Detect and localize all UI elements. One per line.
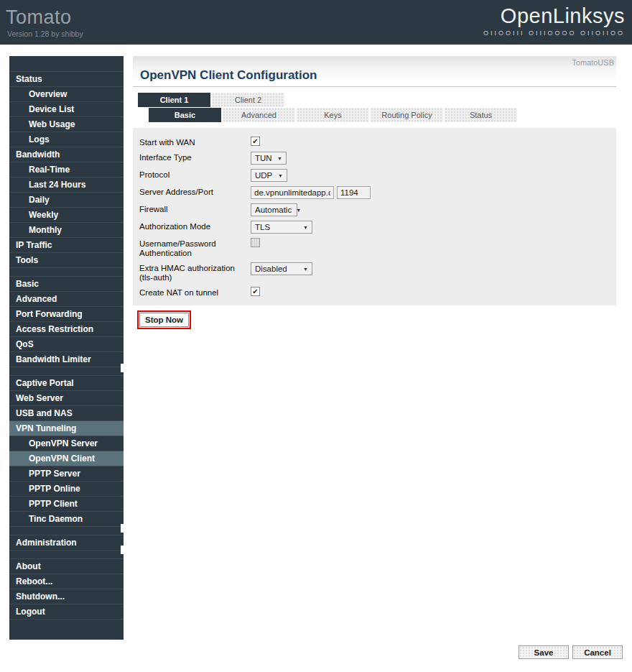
config-panel: Start with WAN ✔ Interface Type TUN ▼ Pr… bbox=[133, 128, 616, 305]
sidebar-item-administration[interactable]: Administration bbox=[9, 535, 124, 550]
page-title: OpenVPN Client Configuration bbox=[140, 68, 616, 83]
sidebar-item-captive-portal[interactable]: Captive Portal bbox=[9, 375, 124, 390]
form-row: Username/Password Authentication bbox=[139, 238, 609, 258]
sidebar-item-port-forwarding[interactable]: Port Forwarding bbox=[9, 306, 124, 321]
sidebar-notch bbox=[121, 524, 124, 533]
cancel-button[interactable]: Cancel bbox=[572, 645, 623, 659]
sidebar-item-bandwidth-limiter[interactable]: Bandwidth Limiter bbox=[9, 351, 124, 367]
sidebar-item-logout[interactable]: Logout bbox=[9, 604, 124, 619]
form-row: Create NAT on tunnel ✔ bbox=[139, 287, 609, 298]
sidebar-spacer bbox=[9, 526, 124, 535]
checkmark-icon: ✔ bbox=[252, 287, 258, 295]
dropdown-arrow-icon: ▼ bbox=[303, 267, 308, 272]
form-row: Server Address/Port bbox=[139, 186, 609, 199]
tab-client-2[interactable]: Client 2 bbox=[212, 93, 284, 107]
sidebar-item-basic[interactable]: Basic bbox=[9, 276, 124, 291]
sidebar-item-web-server[interactable]: Web Server bbox=[9, 390, 124, 405]
sidebar-item-openvpn-server[interactable]: OpenVPN Server bbox=[9, 436, 124, 451]
select-value: Automatic bbox=[255, 206, 292, 214]
select-value: UDP bbox=[255, 171, 272, 180]
sidebar-spacer bbox=[9, 267, 124, 276]
field-label: Start with WAN bbox=[139, 137, 251, 147]
server-address-input[interactable] bbox=[251, 186, 334, 199]
field-label: Interface Type bbox=[139, 152, 251, 162]
field-label: Authorization Mode bbox=[139, 221, 251, 231]
field-label: Extra HMAC authorization (tls-auth) bbox=[139, 262, 251, 282]
sidebar-item-monthly[interactable]: Monthly bbox=[9, 222, 124, 237]
sidebar-item-openvpn-client[interactable]: OpenVPN Client bbox=[9, 451, 124, 466]
sidebar-item-pptp-server[interactable]: PPTP Server bbox=[9, 466, 124, 481]
sidebar-item-usb-and-nas[interactable]: USB and NAS bbox=[9, 405, 124, 420]
interface-type-select[interactable]: TUN ▼ bbox=[251, 152, 287, 165]
sidebar-item-device-list[interactable]: Device List bbox=[9, 101, 124, 116]
tab-routing-policy[interactable]: Routing Policy bbox=[371, 108, 443, 122]
sidebar-item-vpn-tunneling[interactable]: VPN Tunneling bbox=[9, 420, 124, 436]
sidebar-item-status[interactable]: Status bbox=[9, 71, 124, 86]
section-tabs: Basic Advanced Keys Routing Policy Statu… bbox=[149, 108, 616, 122]
brand-title: Tomato bbox=[6, 6, 72, 29]
tab-basic[interactable]: Basic bbox=[149, 108, 221, 122]
sidebar-item-access-restriction[interactable]: Access Restriction bbox=[9, 321, 124, 336]
save-button[interactable]: Save bbox=[519, 645, 569, 659]
form-row: Extra HMAC authorization (tls-auth) Disa… bbox=[139, 262, 609, 282]
field-label: Server Address/Port bbox=[139, 186, 251, 197]
sidebar-spacer bbox=[9, 550, 124, 558]
sidebar-notch bbox=[121, 546, 124, 554]
field-label: Firewall bbox=[139, 203, 251, 214]
client-tabs: Client 1 Client 2 bbox=[138, 93, 616, 107]
sidebar-item-overview[interactable]: Overview bbox=[9, 86, 124, 101]
form-row: Protocol UDP ▼ bbox=[139, 169, 609, 182]
select-value: TLS bbox=[255, 223, 270, 231]
sidebar-spacer bbox=[9, 367, 124, 375]
sidebar-notch bbox=[121, 364, 124, 372]
sidebar-spacer bbox=[9, 619, 124, 640]
sidebar-item-reboot[interactable]: Reboot... bbox=[9, 574, 124, 589]
protocol-select[interactable]: UDP ▼ bbox=[251, 169, 287, 182]
sidebar-item-about[interactable]: About bbox=[9, 558, 124, 574]
field-label: Username/Password Authentication bbox=[139, 238, 251, 258]
sidebar-item-pptp-client[interactable]: PPTP Client bbox=[9, 496, 124, 511]
sidebar-item-ip-traffic[interactable]: IP Traffic bbox=[9, 237, 124, 252]
sidebar-item-tools[interactable]: Tools bbox=[9, 252, 124, 267]
field-label: Create NAT on tunnel bbox=[139, 287, 251, 298]
sidebar-item-web-usage[interactable]: Web Usage bbox=[9, 116, 124, 132]
tab-status[interactable]: Status bbox=[445, 108, 517, 122]
logo: OpenLinksys OIIOOIII OIIIOOOO OIIOIIOO bbox=[483, 4, 625, 37]
sidebar-item-tinc-daemon[interactable]: Tinc Daemon bbox=[9, 511, 124, 526]
form-row: Interface Type TUN ▼ bbox=[139, 152, 609, 165]
sidebar-item-logs[interactable]: Logs bbox=[9, 132, 124, 147]
sidebar-item-real-time[interactable]: Real-Time bbox=[9, 162, 124, 177]
sidebar-spacer bbox=[9, 56, 124, 71]
form-row: Firewall Automatic ▼ bbox=[139, 203, 609, 216]
sidebar-item-qos[interactable]: QoS bbox=[9, 336, 124, 351]
username-password-auth-checkbox[interactable] bbox=[251, 238, 260, 247]
tab-keys[interactable]: Keys bbox=[297, 108, 369, 122]
dropdown-arrow-icon: ▼ bbox=[303, 225, 308, 230]
authorization-mode-select[interactable]: TLS ▼ bbox=[251, 221, 312, 234]
sidebar-item-bandwidth[interactable]: Bandwidth bbox=[9, 147, 124, 162]
page-ident: TomatoUSB bbox=[133, 56, 616, 68]
create-nat-checkbox[interactable]: ✔ bbox=[251, 287, 260, 296]
extra-hmac-select[interactable]: Disabled ▼ bbox=[251, 262, 312, 275]
sidebar-item-last-24-hours[interactable]: Last 24 Hours bbox=[9, 177, 124, 192]
brand-version: Version 1.28 by shibby bbox=[7, 29, 83, 38]
sidebar-item-shutdown[interactable]: Shutdown... bbox=[9, 589, 124, 604]
app-header: Tomato Version 1.28 by shibby OpenLinksy… bbox=[0, 0, 632, 45]
footer-actions: Save Cancel bbox=[519, 645, 623, 659]
server-port-input[interactable] bbox=[337, 186, 371, 199]
form-row: Authorization Mode TLS ▼ bbox=[139, 221, 609, 234]
tab-client-1[interactable]: Client 1 bbox=[138, 93, 210, 107]
stop-now-button[interactable]: Stop Now bbox=[139, 313, 189, 327]
start-with-wan-checkbox[interactable]: ✔ bbox=[251, 137, 260, 146]
sidebar-item-advanced[interactable]: Advanced bbox=[9, 291, 124, 306]
select-value: Disabled bbox=[255, 264, 287, 273]
form-row: Start with WAN ✔ bbox=[139, 137, 609, 147]
sidebar-item-daily[interactable]: Daily bbox=[9, 192, 124, 207]
firewall-select[interactable]: Automatic ▼ bbox=[251, 203, 297, 216]
dropdown-arrow-icon: ▼ bbox=[296, 208, 301, 213]
tab-advanced[interactable]: Advanced bbox=[223, 108, 295, 122]
sidebar-item-weekly[interactable]: Weekly bbox=[9, 207, 124, 222]
annotation-highlight-box: Stop Now bbox=[137, 310, 191, 329]
sidebar-item-pptp-online[interactable]: PPTP Online bbox=[9, 481, 124, 496]
content-area: TomatoUSB OpenVPN Client Configuration C… bbox=[133, 56, 616, 640]
